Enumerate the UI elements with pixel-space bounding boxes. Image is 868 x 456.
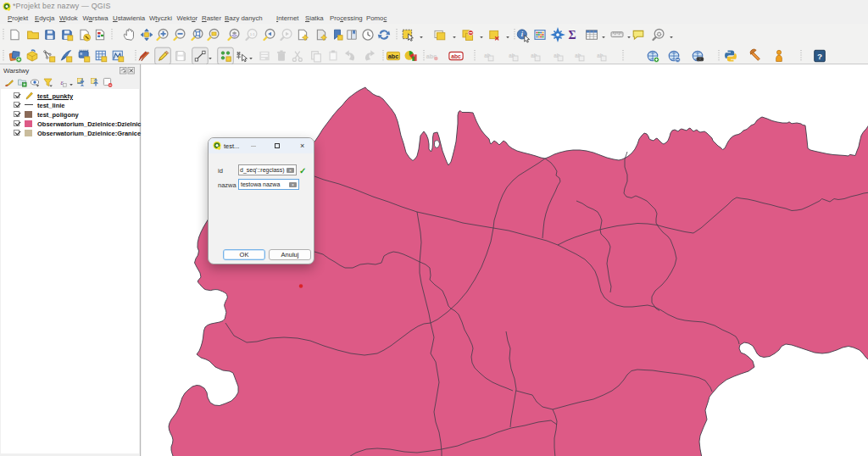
svg-text:abc: abc — [388, 53, 398, 60]
svg-text:abc: abc — [451, 53, 461, 59]
svg-text:?: ? — [817, 52, 822, 61]
svg-text:1:1: 1:1 — [250, 32, 255, 36]
svg-text:Σ: Σ — [568, 29, 576, 42]
